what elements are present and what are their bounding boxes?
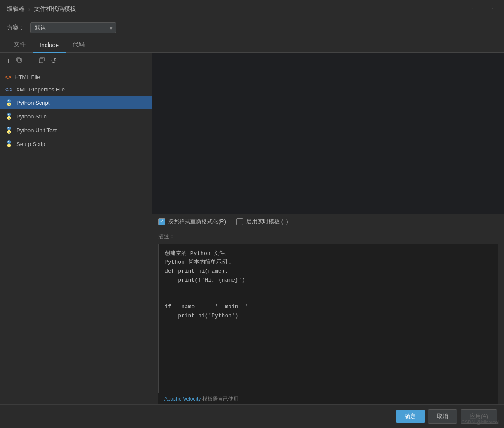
cancel-button[interactable]: 取消 [428, 409, 457, 424]
main-content: + − ↺ <> HTML File [0, 53, 504, 404]
svg-point-7 [8, 100, 9, 101]
xml-icon: </> [5, 87, 12, 93]
confirm-button[interactable]: 确定 [396, 410, 425, 423]
python-unit-test-icon [5, 126, 13, 134]
reformat-label: 按照样式重新格式化(R) [168, 218, 226, 225]
back-button[interactable]: ← [468, 3, 481, 14]
setup-script-icon [5, 140, 13, 148]
reformat-checkbox[interactable]: ✓ [158, 218, 165, 225]
checkmark-icon: ✓ [160, 219, 164, 224]
svg-rect-21 [8, 142, 10, 146]
desc-line-6 [165, 294, 492, 303]
list-item-html[interactable]: <> HTML File [0, 71, 152, 83]
svg-point-8 [9, 104, 10, 105]
svg-point-18 [9, 132, 10, 133]
tab-files[interactable]: 文件 [7, 37, 33, 53]
toolbar: + − ↺ [0, 53, 152, 69]
copy-icon [16, 57, 22, 63]
duplicate-icon [39, 57, 45, 63]
svg-point-13 [9, 118, 10, 119]
page-title: 文件和代码模板 [34, 5, 76, 13]
svg-rect-16 [8, 128, 10, 132]
tab-include[interactable]: Include [33, 38, 66, 53]
nav-buttons: ← → [468, 3, 497, 14]
code-editor[interactable] [152, 53, 504, 214]
svg-rect-11 [8, 115, 10, 118]
file-label-xml: XML Properties File [16, 86, 65, 93]
html-icon: <> [5, 74, 11, 80]
scheme-row: 方案： 默认 [0, 18, 504, 37]
svg-point-12 [8, 114, 9, 115]
desc-line-2: Python 脚本的简单示例： [165, 258, 492, 267]
file-label-python-unit-test: Python Unit Test [16, 127, 57, 134]
svg-point-22 [8, 141, 9, 142]
svg-rect-6 [8, 101, 10, 104]
duplicate-button[interactable] [37, 56, 47, 66]
add-button[interactable]: + [4, 56, 12, 66]
apache-suffix: 模板语言已使用 [201, 396, 238, 402]
desc-line-1: 创建空的 Python 文件。 [165, 249, 492, 258]
realtime-checkbox[interactable] [236, 218, 243, 225]
options-row: ✓ 按照样式重新格式化(R) 启用实时模板 (L) [152, 214, 504, 229]
right-panel: ✓ 按照样式重新格式化(R) 启用实时模板 (L) 描述： 创建空的 Pytho… [152, 53, 504, 404]
description-box: 创建空的 Python 文件。 Python 脚本的简单示例： def prin… [158, 244, 498, 393]
svg-point-23 [9, 146, 10, 146]
scheme-select-wrapper[interactable]: 默认 [30, 22, 116, 33]
tabs-row: 文件 Include 代码 [0, 37, 504, 53]
svg-rect-2 [39, 59, 43, 63]
desc-line-8: print_hi('Python') [165, 312, 492, 321]
description-section: 描述： [152, 229, 504, 244]
file-label-python-script: Python Script [16, 100, 49, 106]
left-panel: + − ↺ <> HTML File [0, 53, 152, 404]
python-stub-icon [5, 112, 13, 120]
editor-label: 编辑器 [7, 5, 25, 13]
svg-rect-0 [18, 58, 21, 62]
reset-button[interactable]: ↺ [49, 55, 58, 66]
realtime-checkbox-item[interactable]: 启用实时模板 (L) [236, 218, 288, 225]
description-bottom: Apache Velocity 模板语言已使用 [158, 393, 498, 404]
reformat-checkbox-item[interactable]: ✓ 按照样式重新格式化(R) [158, 218, 226, 225]
svg-point-17 [8, 127, 9, 128]
svg-rect-1 [17, 58, 20, 61]
file-list: <> HTML File </> XML Properties File [0, 69, 152, 404]
desc-line-7: if __name__ == '__main__': [165, 303, 492, 312]
copy-button[interactable] [14, 56, 24, 66]
watermark: CSDN @Micoreal [461, 419, 499, 425]
list-item-python-script[interactable]: Python Script [0, 96, 152, 109]
forward-button[interactable]: → [484, 3, 497, 14]
bottom-bar: 确定 取消 应用(A) CSDN @Micoreal [0, 404, 504, 428]
list-item-python-stub[interactable]: Python Stub [0, 109, 152, 123]
desc-line-4: print(f'Hi, {name}') [165, 276, 492, 285]
desc-line-5 [165, 285, 492, 294]
scheme-select[interactable]: 默认 [30, 22, 116, 33]
file-label-setup-script: Setup Script [16, 141, 47, 147]
file-label-html: HTML File [15, 74, 40, 80]
apache-velocity-link[interactable]: Apache Velocity [164, 396, 201, 402]
file-label-python-stub: Python Stub [16, 113, 47, 120]
top-bar: 编辑器 › 文件和代码模板 ← → [0, 0, 504, 18]
breadcrumb-separator: › [28, 6, 31, 12]
scheme-label: 方案： [7, 24, 25, 32]
desc-line-3: def print_hi(name): [165, 267, 492, 276]
remove-button[interactable]: − [26, 56, 34, 66]
python-script-icon [5, 99, 13, 106]
list-item-xml[interactable]: </> XML Properties File [0, 83, 152, 96]
list-item-setup-script[interactable]: Setup Script [0, 137, 152, 151]
tab-code[interactable]: 代码 [66, 37, 92, 53]
list-item-python-unit-test[interactable]: Python Unit Test [0, 123, 152, 137]
realtime-label: 启用实时模板 (L) [246, 218, 288, 225]
description-label: 描述： [158, 233, 498, 240]
